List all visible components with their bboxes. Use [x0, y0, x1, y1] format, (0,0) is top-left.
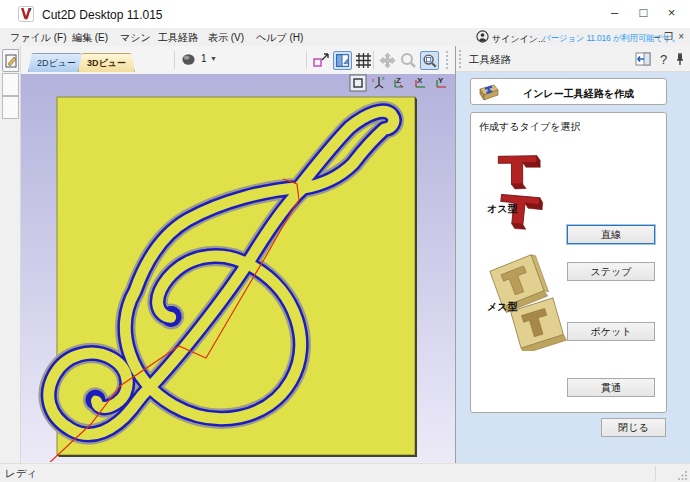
drawing-tab[interactable] — [2, 49, 19, 72]
title-bar: Cut2D Desktop 11.015 – □ × — [0, 0, 690, 28]
inlay-icon — [478, 82, 500, 103]
through-button[interactable]: 貫通 — [567, 378, 655, 397]
pan-icon[interactable] — [378, 51, 397, 70]
chevron-down-icon: ▼ — [210, 55, 217, 62]
zoom-icon[interactable] — [399, 51, 418, 70]
zoom-box-icon[interactable] — [420, 51, 439, 70]
collapsed-tab-2[interactable] — [2, 96, 19, 119]
close-button[interactable]: × — [658, 0, 685, 28]
panel-drag-handle[interactable] — [459, 50, 462, 68]
status-text: レディ — [5, 467, 37, 481]
pencil-icon — [3, 50, 20, 73]
sheet-icon — [181, 52, 196, 67]
mdi-restore-button[interactable]: ❐ — [664, 31, 673, 42]
tab-3d-view[interactable]: 3Dビュー — [78, 53, 135, 72]
panel-header: 工具経路 ? — [456, 46, 690, 72]
panel-title: 工具経路 — [469, 53, 511, 67]
mdi-close-button[interactable]: × — [678, 31, 684, 42]
male-type-icon — [489, 149, 545, 235]
view-z-icon[interactable]: Z — [391, 74, 409, 92]
tab-2d-view[interactable]: 2Dビュー — [28, 53, 85, 72]
view-y-icon[interactable]: Y — [433, 74, 451, 92]
menu-bar: ファイル (F) 編集 (E) マシン 工具経路 表示 (V) ヘルプ (H) … — [0, 28, 690, 46]
svg-text:X: X — [417, 76, 423, 85]
svg-text:x: x — [372, 77, 375, 83]
zoom-selection-icon[interactable] — [312, 51, 331, 70]
create-inlay-label: インレー工具経路を作成 — [523, 87, 634, 101]
view-3d-axis-icon[interactable]: x z — [370, 74, 388, 92]
left-tab-strip — [0, 46, 21, 463]
menu-help[interactable]: ヘルプ (H) — [256, 31, 303, 45]
grid-icon[interactable] — [354, 51, 373, 70]
view-x-icon[interactable]: X — [412, 74, 430, 92]
sheet-number: 1 — [201, 53, 207, 64]
maximize-button[interactable]: □ — [630, 0, 657, 28]
menu-edit[interactable]: 編集 (E) — [72, 31, 108, 45]
svg-text:Z: Z — [396, 76, 401, 85]
resize-grip[interactable] — [678, 470, 688, 480]
create-inlay-toolpath-button[interactable]: インレー工具経路を作成 — [470, 78, 667, 105]
straight-button[interactable]: 直線 — [567, 225, 655, 244]
mdi-minimize-button[interactable]: – — [654, 31, 660, 42]
help-icon[interactable]: ? — [656, 51, 672, 67]
male-type-label: オス型 — [487, 202, 517, 216]
pin-icon[interactable] — [672, 51, 688, 67]
female-type-label: メス型 — [487, 300, 517, 314]
menu-view[interactable]: 表示 (V) — [208, 31, 244, 45]
menu-machine[interactable]: マシン — [120, 31, 151, 45]
menu-toolpath[interactable]: 工具経路 — [158, 31, 198, 45]
status-bar: レディ — [0, 463, 690, 482]
user-icon — [476, 30, 489, 43]
app-logo-icon — [18, 6, 34, 22]
collapsed-tab-1[interactable] — [2, 73, 19, 96]
dock-panel-icon[interactable] — [635, 51, 651, 67]
step-button[interactable]: ステップ — [567, 262, 655, 281]
3d-view-canvas[interactable]: x z Z X Y — [21, 74, 455, 462]
inlay-type-box: 作成するタイプを選択 オス型 — [470, 112, 667, 413]
svg-text:?: ? — [660, 52, 667, 67]
minimize-button[interactable]: – — [601, 0, 628, 28]
toolpath-panel: 工具経路 ? インレー工具経路を作成 作成するタイプを選択 — [456, 46, 690, 463]
menu-file[interactable]: ファイル (F) — [10, 31, 66, 45]
pocket-button[interactable]: ポケット — [567, 322, 655, 341]
sign-in-label: サインイン... — [492, 33, 546, 46]
type-prompt-label: 作成するタイプを選択 — [479, 120, 580, 134]
material-preview — [21, 74, 455, 462]
window-title: Cut2D Desktop 11.015 — [42, 8, 163, 22]
svg-text:Y: Y — [438, 76, 444, 85]
close-panel-button[interactable]: 閉じる — [601, 418, 666, 437]
view-toolbar: 2Dビュー 3Dビュー 1 ▼ — [21, 46, 456, 74]
iso-view-icon[interactable] — [349, 74, 367, 92]
sheet-selector[interactable]: 1 ▼ — [181, 51, 241, 69]
window-layout-icon[interactable] — [333, 51, 352, 70]
svg-text:z: z — [382, 75, 385, 81]
